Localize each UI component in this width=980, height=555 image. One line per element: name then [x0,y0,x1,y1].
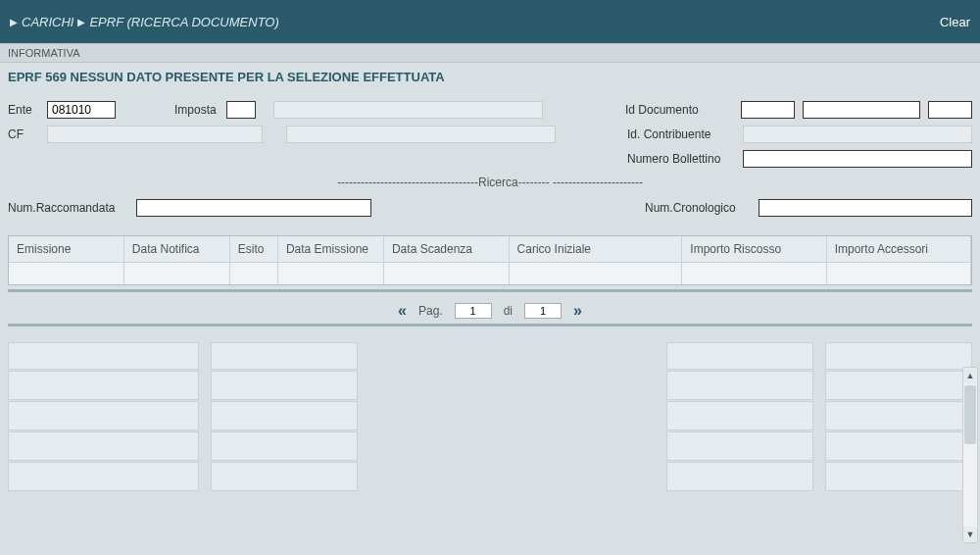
col-carico-iniziale[interactable]: Carico Iniziale [510,236,683,263]
panel-row [211,371,358,400]
panel-row [211,462,358,491]
panel-row [825,342,972,370]
breadcrumb: ▶ CARICHI ▶ EPRF (RICERCA DOCUMENTO) [10,15,279,29]
panel-row [211,342,358,370]
chevron-right-icon: ▶ [10,17,18,27]
alert-message: EPRF 569 NESSUN DATO PRESENTE PER LA SEL… [0,63,980,91]
scroll-up-arrow-icon[interactable]: ▲ [963,368,977,383]
pager-pag-label: Pag. [418,304,443,318]
breadcrumb-item-2[interactable]: EPRF (RICERCA DOCUMENTO) [89,15,278,29]
panel-row [825,401,972,430]
panel-row [666,462,813,491]
panel-row [666,401,813,430]
col-emissione[interactable]: Emissione [9,236,124,263]
panel-row [825,371,972,400]
results-table: Emissione Data Notifica Esito Data Emiss… [8,235,972,285]
panel-row [8,342,199,370]
id-contribuente-label: Id. Contribuente [627,127,735,141]
cf-readonly-2 [286,126,556,143]
imposta-label: Imposta [174,103,217,117]
col-data-emissione[interactable]: Data Emissione [278,236,384,263]
imposta-desc-readonly [273,101,543,119]
table-row [9,263,971,284]
id-documento-label: Id Documento [625,103,733,117]
panel-row [825,431,972,461]
num-cronologico-label: Num.Cronologico [645,201,753,215]
col-importo-riscosso[interactable]: Importo Riscosso [682,236,826,263]
id-documento-input-2[interactable] [803,101,920,119]
id-documento-input-3[interactable] [928,101,972,119]
section-title: INFORMATIVA [0,43,980,63]
id-contribuente-readonly [743,126,972,143]
first-page-button[interactable]: « [398,302,407,320]
id-documento-input-1[interactable] [741,101,795,119]
panel-row [8,371,199,400]
num-raccomandata-label: Num.Raccomandata [8,201,130,215]
panel-row [211,431,358,461]
last-page-button[interactable]: » [573,302,582,320]
panel-row [666,431,813,461]
cf-readonly-1 [47,126,263,143]
col-data-notifica[interactable]: Data Notifica [124,236,230,263]
scrollbar-thumb[interactable] [964,385,976,444]
divider [8,324,972,327]
panel-row [666,342,813,370]
col-esito[interactable]: Esito [230,236,278,263]
num-raccomandata-input[interactable] [136,199,371,217]
col-importo-accessori[interactable]: Importo Accessori [827,236,971,263]
breadcrumb-item-1[interactable]: CARICHI [22,15,74,29]
clear-link[interactable]: Clear [940,15,970,29]
ricerca-separator: ------------------------------------Rice… [8,176,972,189]
detail-panels [0,330,980,504]
panel-row [666,371,813,400]
ente-input[interactable] [47,101,116,119]
numero-bollettino-label: Numero Bollettino [627,152,735,166]
divider [8,289,972,292]
pager-di-label: di [504,304,513,318]
scroll-down-arrow-icon[interactable]: ▼ [963,527,977,542]
panel-row [8,462,199,491]
panel-row [825,462,972,491]
panel-row [8,431,199,461]
panel-row [211,401,358,430]
vertical-scrollbar[interactable]: ▲ ▼ [962,367,978,543]
chevron-right-icon: ▶ [77,17,85,27]
num-cronologico-input[interactable] [759,199,972,217]
search-form: Ente Imposta Id Documento CF Id. Contrib… [0,91,980,227]
cf-label: CF [8,127,37,141]
panel-row [8,401,199,430]
col-data-scadenza[interactable]: Data Scadenza [384,236,510,263]
pager: « Pag. di » [0,302,980,320]
header-bar: ▶ CARICHI ▶ EPRF (RICERCA DOCUMENTO) Cle… [0,0,980,43]
ente-label: Ente [8,103,37,117]
numero-bollettino-input[interactable] [743,150,972,168]
current-page-input[interactable] [455,303,492,319]
imposta-input[interactable] [226,101,256,119]
total-pages-readonly [524,303,562,319]
